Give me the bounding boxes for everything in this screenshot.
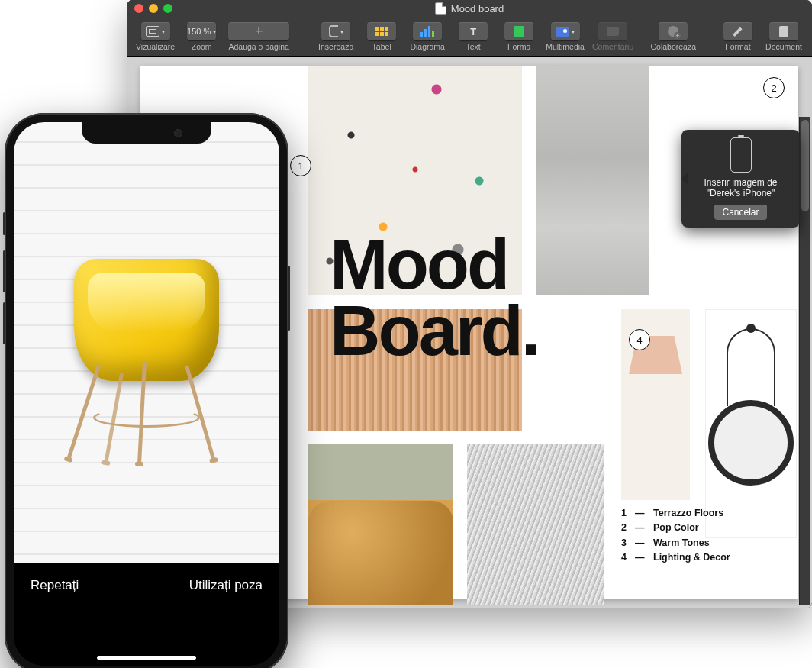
document-label: Document: [765, 42, 802, 51]
badge-4[interactable]: 4: [629, 329, 650, 350]
image-mirror[interactable]: [705, 309, 797, 538]
table-label: Tabel: [372, 42, 392, 51]
view-label: Vizualizare: [136, 42, 175, 51]
media-icon: [556, 27, 569, 37]
text-icon: T: [470, 26, 476, 37]
image-concrete[interactable]: [536, 66, 649, 295]
legend-row: 2—Pop Color: [621, 521, 730, 535]
cancel-button[interactable]: Cancelar: [714, 205, 766, 220]
insert-label: Inserează: [318, 42, 353, 51]
side-button[interactable]: [288, 266, 290, 331]
moodboard-title[interactable]: Mood Board.: [330, 231, 538, 365]
iphone-device: Repetați Utilizați poza: [5, 113, 288, 668]
paragraph-icon: [329, 25, 338, 37]
retake-button[interactable]: Repetați: [31, 578, 79, 593]
scrollbar-thumb[interactable]: [801, 120, 809, 211]
legend[interactable]: 1—Terrazzo Floors 2—Pop Color 3—Warm Ton…: [621, 506, 730, 566]
mute-switch[interactable]: [3, 212, 5, 235]
shape-icon: [514, 26, 524, 37]
toolbar: ▾ Vizualizare 150 %▾ Zoom + Adaugă o pag…: [127, 17, 812, 57]
iphone-outline-icon: [730, 137, 752, 173]
use-photo-button[interactable]: Utilizați poza: [189, 578, 263, 593]
shape-label: Formă: [508, 42, 530, 51]
comment-icon: [607, 27, 619, 36]
shape-tool[interactable]: Formă: [497, 22, 541, 51]
badge-1[interactable]: 1: [290, 155, 311, 176]
zoom-label: Zoom: [192, 42, 212, 51]
window-title: Mood board: [127, 2, 812, 15]
badge-2[interactable]: 2: [763, 77, 785, 98]
comment-label: Comentariu: [592, 42, 633, 51]
chart-tool[interactable]: Diagramă: [405, 22, 450, 51]
table-tool[interactable]: Tabel: [359, 22, 404, 51]
table-icon: [375, 27, 388, 36]
popover-text: Inserir imagem de "Derek's iPhone": [689, 177, 792, 198]
photo-yellow-chair: [66, 236, 227, 465]
collaborate-tool[interactable]: Colaborează: [647, 22, 699, 51]
camera-preview[interactable]: [14, 122, 279, 578]
media-tool[interactable]: ▾ Multimedia: [543, 22, 588, 51]
text-tool[interactable]: T Text: [451, 22, 495, 51]
legend-row: 4—Lighting & Decor: [621, 550, 730, 565]
iphone-screen: Repetați Utilizați poza: [14, 122, 279, 666]
zoom-tool[interactable]: 150 %▾ Zoom: [179, 22, 224, 51]
notch: [82, 122, 211, 144]
window-title-text: Mood board: [451, 3, 504, 15]
add-page-label: Adaugă o pagină: [228, 42, 288, 51]
image-couch[interactable]: [308, 444, 453, 605]
brush-icon: [733, 26, 743, 37]
comment-tool: Comentariu: [589, 22, 636, 51]
document-icon: [779, 26, 788, 37]
collaborate-label: Colaborează: [650, 42, 696, 51]
view-tool[interactable]: ▾ Vizualizare: [133, 22, 178, 51]
chart-icon: [420, 26, 434, 37]
volume-down-button[interactable]: [3, 302, 5, 344]
format-label: Format: [725, 42, 750, 51]
vertical-scrollbar[interactable]: [799, 117, 810, 605]
collaborate-icon: [668, 26, 678, 37]
zoom-value: 150 %: [187, 27, 211, 36]
chart-label: Diagramă: [410, 42, 445, 51]
home-indicator[interactable]: [97, 656, 196, 660]
insert-tool[interactable]: ▾ Inserează: [314, 22, 358, 51]
titlebar[interactable]: Mood board: [127, 0, 812, 17]
volume-up-button[interactable]: [3, 250, 5, 292]
view-icon: [146, 26, 160, 37]
image-fur[interactable]: [467, 444, 604, 605]
text-label: Text: [466, 42, 481, 51]
legend-row: 3—Warm Tones: [621, 536, 730, 550]
format-tool[interactable]: Format: [716, 22, 760, 51]
media-label: Multimedia: [546, 42, 585, 51]
document-file-icon: [435, 2, 446, 15]
camera-bottom-bar: Repetați Utilizați poza: [14, 563, 279, 666]
continuity-camera-popover: Inserir imagem de "Derek's iPhone" Cance…: [682, 130, 800, 228]
document-tool[interactable]: Document: [762, 22, 806, 51]
add-page-tool[interactable]: + Adaugă o pagină: [225, 22, 292, 51]
plus-icon: +: [255, 26, 263, 37]
legend-row: 1—Terrazzo Floors: [621, 506, 730, 521]
